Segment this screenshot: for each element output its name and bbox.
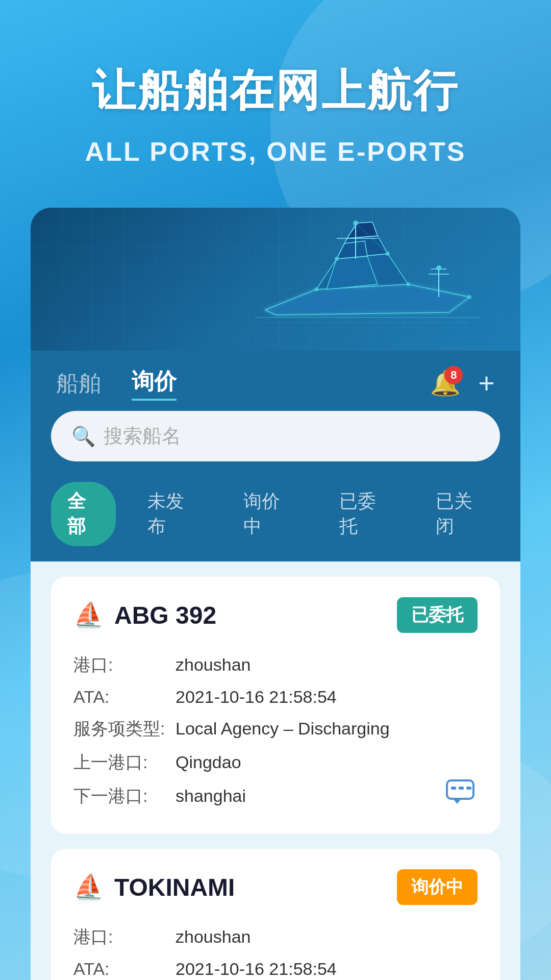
main-card: 船舶 询价 🔔 8 + 🔍 搜索船名 全部 未发布 询价中 已委托 已关闭 — [31, 208, 520, 980]
filter-inquiring[interactable]: 询价中 — [227, 482, 308, 546]
chat-icon-svg — [445, 778, 478, 807]
detail-port-2: 港口: zhoushan — [73, 920, 478, 954]
search-input-container[interactable]: 🔍 搜索船名 — [51, 411, 500, 461]
detail-ata: ATA: 2021-10-16 21:58:54 — [73, 682, 478, 712]
ship-details-2: 港口: zhoushan ATA: 2021-10-16 21:58:54 服务… — [73, 920, 478, 980]
card-header: 船舶 询价 🔔 8 + — [31, 351, 520, 411]
ship-name-2: TOKINAMI — [114, 873, 235, 901]
status-badge-2: 询价中 — [397, 869, 478, 905]
label-port: 港口: — [73, 653, 176, 677]
detail-ata-2: ATA: 2021-10-16 21:58:54 — [73, 954, 478, 980]
ship-card-tokinami[interactable]: ⛵ TOKINAMI 询价中 港口: zhoushan ATA: 2021-10… — [51, 849, 500, 980]
svg-marker-30 — [453, 799, 461, 804]
svg-point-23 — [436, 265, 441, 271]
label-service: 服务项类型: — [73, 717, 176, 741]
value-ata-2: 2021-10-16 21:58:54 — [176, 959, 337, 979]
value-ata: 2021-10-16 21:58:54 — [176, 687, 337, 707]
hero-headline-en: ALL PORTS, ONE E-PORTS — [31, 136, 520, 167]
svg-marker-3 — [347, 222, 378, 238]
detail-port: 港口: zhoushan — [73, 648, 478, 682]
svg-rect-29 — [466, 787, 471, 790]
ship-details: 港口: zhoushan ATA: 2021-10-16 21:58:54 服务… — [73, 648, 478, 813]
ship-card-header-2: ⛵ TOKINAMI 询价中 — [73, 869, 478, 905]
ship-name-row: ⛵ ABG 392 — [73, 601, 216, 629]
ship-card-header: ⛵ ABG 392 已委托 — [73, 597, 478, 633]
ship-illustration — [31, 208, 520, 351]
value-next-port: shanghai — [176, 786, 246, 806]
detail-prev-port: 上一港口: Qingdao — [73, 746, 478, 779]
svg-rect-28 — [459, 787, 464, 790]
filter-unpublished[interactable]: 未发布 — [131, 482, 212, 546]
filter-closed[interactable]: 已关闭 — [419, 482, 500, 546]
value-prev-port: Qingdao — [176, 752, 241, 772]
ship-name: ABG 392 — [114, 601, 216, 629]
label-ata-2: ATA: — [73, 959, 176, 979]
status-badge: 已委托 — [397, 597, 478, 633]
ship-icon: ⛵ — [73, 601, 104, 629]
filter-all[interactable]: 全部 — [51, 482, 116, 546]
header-actions: 🔔 8 + — [428, 366, 495, 401]
search-area: 🔍 搜索船名 — [31, 411, 520, 477]
label-prev-port: 上一港口: — [73, 751, 176, 774]
search-icon: 🔍 — [71, 425, 95, 448]
filter-commissioned[interactable]: 已委托 — [323, 482, 404, 546]
ship-card-abg392[interactable]: ⛵ ABG 392 已委托 港口: zhoushan ATA: 2021-10-… — [51, 577, 500, 834]
ship-name-row-2: ⛵ TOKINAMI — [73, 873, 235, 901]
bell-button[interactable]: 🔔 8 — [428, 366, 463, 401]
detail-next-port: 下一港口: shanghai — [73, 779, 478, 813]
add-button[interactable]: + — [478, 369, 495, 398]
ship-list: ⛵ ABG 392 已委托 港口: zhoushan ATA: 2021-10-… — [31, 561, 520, 980]
tab-inquiry[interactable]: 询价 — [132, 366, 177, 401]
label-port-2: 港口: — [73, 925, 176, 949]
label-next-port: 下一港口: — [73, 785, 176, 808]
ship-svg-art — [235, 218, 490, 340]
hero-headline-cn: 让船舶在网上航行 — [31, 61, 520, 121]
value-port-2: zhoushan — [176, 927, 251, 947]
search-placeholder: 搜索船名 — [104, 423, 181, 449]
filter-tabs: 全部 未发布 询价中 已委托 已关闭 — [31, 477, 520, 561]
detail-service: 服务项类型: Local Agency – Discharging — [73, 712, 478, 746]
value-service: Local Agency – Discharging — [176, 719, 390, 739]
svg-rect-27 — [451, 787, 456, 790]
ship-icon-2: ⛵ — [73, 873, 104, 901]
chat-button[interactable] — [445, 778, 478, 813]
tab-ship[interactable]: 船舶 — [56, 369, 101, 399]
value-port: zhoushan — [176, 655, 251, 675]
label-ata: ATA: — [73, 687, 176, 707]
